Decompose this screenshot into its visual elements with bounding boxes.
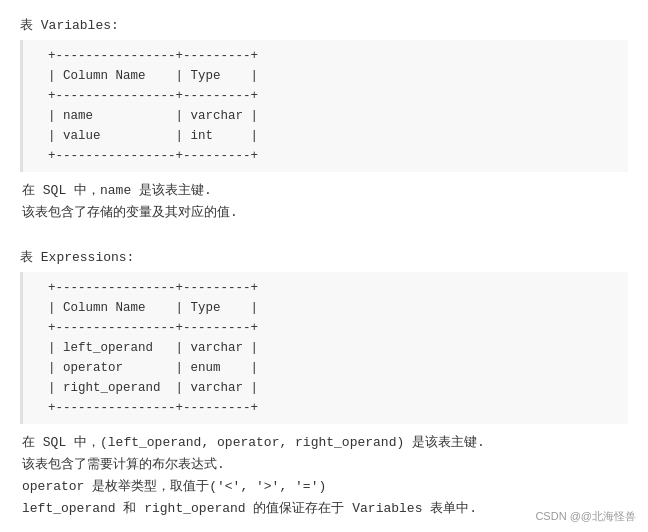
section-expressions: 表 Expressions: +----------------+-------… <box>20 248 628 520</box>
table-block-variables: +----------------+---------+ | Column Na… <box>20 40 628 172</box>
section-variables: 表 Variables: +----------------+---------… <box>20 16 628 224</box>
footer: CSDN @@北海怪兽 <box>535 509 636 524</box>
description-variables: 在 SQL 中，name 是该表主键. 该表包含了存储的变量及其对应的值. <box>20 180 628 224</box>
footer-text: CSDN @@北海怪兽 <box>535 510 636 522</box>
section-title-variables: 表 Variables: <box>20 16 628 34</box>
description-expressions: 在 SQL 中，(left_operand, operator, right_o… <box>20 432 628 520</box>
table-block-expressions: +----------------+---------+ | Column Na… <box>20 272 628 424</box>
section-title-expressions: 表 Expressions: <box>20 248 628 266</box>
